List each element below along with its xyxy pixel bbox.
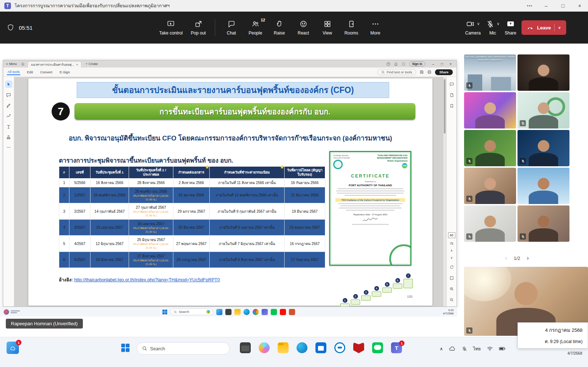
reference-link[interactable]: http://thaicarbonlabel.tgo.or.th/index.p… — [74, 277, 220, 282]
help-icon[interactable] — [386, 62, 390, 66]
save-icon[interactable] — [420, 70, 424, 74]
tab-esign[interactable]: E-Sign — [59, 69, 71, 75]
gallery-prev-icon[interactable]: ‹ — [505, 254, 507, 262]
raise-hand-button[interactable]: Raise — [268, 14, 291, 41]
export-panel-icon[interactable] — [448, 91, 455, 99]
take-control-button[interactable]: Take control — [156, 14, 186, 41]
sign-in-button[interactable]: Sign in — [409, 61, 425, 66]
shared-clock[interactable]: 9:29 4/7/2568 — [443, 309, 454, 315]
start-button[interactable] — [121, 343, 130, 352]
close-button[interactable]: × — [571, 0, 588, 12]
shared-app-icon[interactable] — [234, 309, 241, 315]
share-button[interactable]: Share — [505, 20, 516, 36]
copilot-icon[interactable] — [259, 342, 270, 353]
react-button[interactable]: React — [292, 14, 315, 41]
participant-video-tile[interactable] — [517, 54, 569, 91]
camera-options-chevron[interactable]: ∨ — [477, 22, 480, 26]
fit-page-icon[interactable] — [448, 274, 455, 282]
text-tool-icon[interactable] — [5, 123, 12, 130]
page-number-box[interactable]: 60 — [448, 232, 455, 238]
participant-video-tile[interactable] — [464, 92, 516, 129]
find-text-button[interactable]: Find text or tools — [377, 69, 416, 75]
chat-button[interactable]: Chat — [220, 14, 243, 41]
tab-all-tools[interactable]: All tools — [7, 69, 20, 75]
tray-mic-muted-icon[interactable] — [462, 346, 467, 351]
shared-app-icon[interactable] — [280, 309, 286, 315]
people-button[interactable]: 12 People — [244, 14, 267, 41]
tab-edit[interactable]: Edit — [26, 69, 33, 75]
participant-video-tile[interactable] — [517, 130, 569, 166]
view-button[interactable]: View — [316, 14, 339, 41]
apps-grid-icon[interactable] — [402, 62, 406, 66]
language-indicator[interactable]: ไทย — [473, 345, 481, 352]
participant-video-tile[interactable] — [464, 130, 516, 166]
edge-browser-icon[interactable] — [297, 342, 307, 353]
acrobat-menu-button[interactable]: ≡ Menu — [5, 62, 18, 66]
shared-app-icon[interactable] — [253, 309, 259, 315]
comments-panel-icon[interactable] — [448, 81, 455, 88]
microsoft-store-icon[interactable] — [315, 342, 326, 353]
page-up-icon[interactable]: ∧ — [450, 249, 453, 253]
file-explorer-icon[interactable] — [278, 342, 289, 353]
battery-icon[interactable] — [499, 347, 506, 351]
zoom-in-icon[interactable] — [448, 285, 455, 293]
comment-tool-icon[interactable] — [5, 91, 12, 98]
rooms-button[interactable]: Rooms — [340, 14, 363, 41]
bookmark-panel-icon[interactable] — [448, 102, 455, 110]
highlight-tool-icon[interactable] — [5, 102, 12, 109]
print-icon[interactable] — [427, 70, 431, 74]
shared-app-icon[interactable] — [243, 309, 250, 315]
antivirus-app-icon[interactable] — [353, 342, 364, 353]
acrobat-maximize-button[interactable]: □ — [438, 60, 446, 68]
maximize-button[interactable]: □ — [555, 0, 571, 12]
shared-app-icon[interactable] — [289, 309, 295, 315]
tab-convert[interactable]: Convert — [40, 69, 53, 75]
mic-options-chevron[interactable]: ∨ — [497, 22, 500, 26]
create-button[interactable]: + Create — [84, 62, 100, 66]
gallery-next-icon[interactable]: › — [527, 254, 529, 262]
hidden-icons-chevron[interactable]: ∧ — [440, 346, 443, 351]
scrollbar-thumb[interactable] — [444, 79, 446, 134]
taskbar-clock[interactable]: 4/7/2568 — [567, 351, 582, 355]
camera-button[interactable]: ∨ Camera — [465, 20, 481, 36]
pinned-app-icon[interactable] — [240, 342, 251, 353]
document-area[interactable]: ขั้นตอนการประเมินและรายงานคาร์บอนฟุตพริ้… — [14, 77, 446, 306]
teams-app-icon[interactable]: 1 — [391, 342, 402, 353]
stamp-tool-icon[interactable] — [5, 133, 12, 140]
select-tool-icon[interactable] — [5, 81, 12, 88]
minimize-button[interactable]: – — [538, 0, 555, 12]
onedrive-icon[interactable] — [449, 346, 456, 351]
participant-video-tile[interactable]: SDU TRIC EQUIPMENT AND LABORATORY CENTER… — [464, 54, 516, 91]
taskbar-search-box[interactable]: Search — [137, 342, 230, 355]
widgets-button[interactable]: 1 — [7, 342, 19, 354]
line-app-icon[interactable] — [372, 342, 383, 353]
notifications-bell-icon[interactable] — [394, 62, 398, 66]
pop-out-button[interactable]: Pop out — [187, 14, 210, 41]
tab-close-icon[interactable]: × — [76, 63, 78, 66]
document-tab[interactable]: แนวทางการประเมินคาร์บอนฟุ... × — [28, 61, 81, 68]
participant-video-tile[interactable] — [517, 205, 569, 242]
leave-options-chevron[interactable]: ∨ — [558, 26, 561, 30]
dell-app-icon[interactable] — [334, 342, 345, 353]
participant-video-tile[interactable] — [464, 168, 516, 204]
more-tools-icon[interactable] — [5, 144, 12, 151]
home-icon[interactable] — [20, 61, 25, 66]
page-down-icon[interactable]: ∨ — [450, 256, 453, 260]
participant-video-tile[interactable] — [517, 168, 569, 204]
shared-search-box[interactable]: Search — [170, 309, 213, 315]
acrobat-minimize-button[interactable]: – — [429, 60, 438, 68]
refresh-icon[interactable] — [448, 264, 455, 271]
titlebar-more-button[interactable] — [521, 0, 538, 12]
more-button[interactable]: More — [364, 14, 387, 41]
participant-video-tile[interactable] — [464, 205, 516, 242]
shared-app-icon[interactable] — [262, 309, 268, 315]
shared-app-icon[interactable] — [271, 309, 277, 315]
shared-widgets-button[interactable] — [4, 309, 20, 315]
draw-tool-icon[interactable] — [5, 112, 12, 119]
mic-button[interactable]: ∨ Mic — [486, 20, 500, 36]
shared-app-icon[interactable] — [225, 309, 231, 315]
document-scrollbar[interactable] — [443, 77, 446, 306]
acrobat-share-button[interactable]: Share — [435, 69, 453, 75]
leave-button[interactable]: Leave ∨ — [521, 20, 566, 35]
acrobat-close-button[interactable]: × — [446, 60, 455, 68]
